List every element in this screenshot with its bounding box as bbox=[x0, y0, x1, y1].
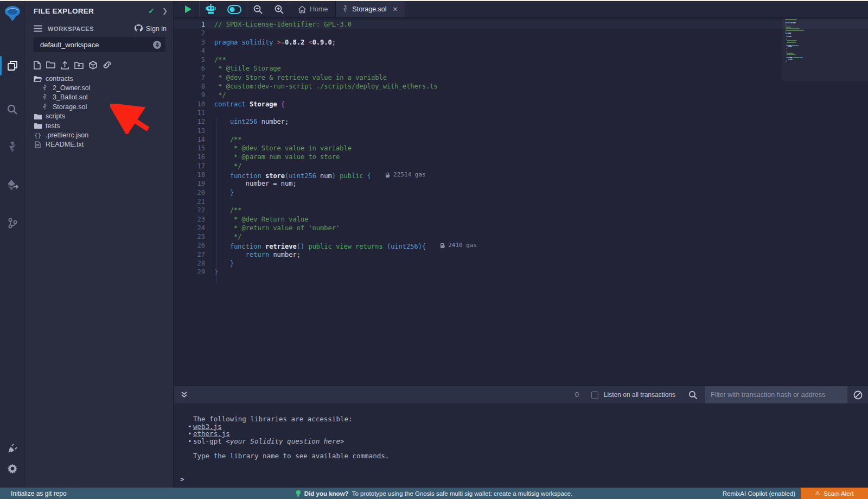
minimap-line bbox=[785, 42, 796, 43]
file-actions-toolbar bbox=[34, 61, 112, 70]
ai-copilot-robot-icon[interactable] bbox=[200, 1, 222, 17]
copilot-toggle[interactable] bbox=[222, 1, 247, 17]
line-number: 21 bbox=[174, 197, 205, 206]
settings-gear-icon[interactable] bbox=[0, 459, 24, 478]
new-file-icon[interactable] bbox=[34, 61, 41, 70]
tree-item-contracts[interactable]: contracts bbox=[24, 74, 173, 83]
window-top-edge bbox=[0, 0, 868, 1]
minimap-line bbox=[785, 36, 792, 37]
panel-title: FILE EXPLORER bbox=[34, 7, 94, 15]
tip-bold: Did you know? bbox=[304, 490, 349, 497]
tree-item-label: scripts bbox=[46, 112, 65, 120]
line-number: 5 bbox=[174, 55, 205, 64]
line-number: 17 bbox=[174, 162, 205, 170]
sign-in-button[interactable]: Sign in bbox=[134, 24, 167, 33]
terminal-line: Type the library name to see available c… bbox=[193, 452, 868, 460]
terminal-prompt[interactable]: > bbox=[180, 475, 184, 483]
line-number: 10 bbox=[174, 100, 205, 109]
workspace-select[interactable]: default_workspace bbox=[34, 37, 165, 52]
code-line: 4 bbox=[174, 47, 868, 55]
github-icon bbox=[134, 24, 143, 33]
transaction-filter-input[interactable] bbox=[705, 386, 847, 404]
terminal-library-item: •web3.js bbox=[193, 423, 868, 431]
clear-console-icon[interactable] bbox=[847, 390, 868, 400]
line-number: 13 bbox=[174, 127, 205, 135]
scam-alert-button[interactable]: ⚠ Scam Alert bbox=[801, 488, 868, 499]
line-number: 27 bbox=[174, 250, 205, 259]
file-explorer-header: FILE EXPLORER ✓ ❯ bbox=[34, 7, 168, 15]
home-icon bbox=[298, 5, 307, 14]
remix-logo-icon[interactable] bbox=[0, 4, 24, 23]
tree-item-scripts[interactable]: scripts bbox=[24, 112, 173, 121]
terminal[interactable]: The following libraries are accessible: … bbox=[174, 403, 868, 488]
tree-item-3-ballot-sol[interactable]: 3_Ballot.sol bbox=[24, 93, 173, 102]
line-number: 25 bbox=[174, 232, 205, 241]
bullet: • bbox=[188, 423, 192, 431]
line-number: 1 bbox=[174, 20, 205, 29]
line-number: 18 bbox=[174, 170, 205, 179]
copilot-status[interactable]: RemixAI Copilot (enabled) bbox=[723, 490, 795, 497]
tree-item-tests[interactable]: tests bbox=[24, 121, 173, 130]
line-number: 19 bbox=[174, 179, 205, 188]
import-link-icon[interactable] bbox=[103, 61, 112, 70]
terminal-search-icon[interactable] bbox=[688, 390, 698, 400]
upload-file-icon[interactable] bbox=[61, 61, 69, 70]
did-you-know-tip: Did you know? To prototype using the Gno… bbox=[296, 490, 572, 497]
icon-rail bbox=[0, 1, 24, 488]
run-script-button[interactable] bbox=[174, 1, 199, 17]
search-icon[interactable] bbox=[0, 100, 24, 118]
plugin-manager-icon[interactable] bbox=[0, 440, 24, 458]
listen-all-label: Listen on all transactions bbox=[604, 391, 675, 399]
git-icon[interactable] bbox=[0, 214, 24, 232]
terminal-library-list: •web3.js•ethers.js•sol-gpt <your Solidit… bbox=[174, 423, 868, 445]
minimap-line bbox=[785, 54, 796, 55]
terminal-library-item: •sol-gpt <your Solidity question here> bbox=[193, 438, 868, 445]
line-number: 7 bbox=[174, 73, 205, 82]
minimap-line bbox=[785, 55, 787, 56]
deploy-run-icon[interactable] bbox=[0, 176, 24, 194]
minimap-line bbox=[785, 28, 800, 29]
tree-item--prettierrc-json[interactable]: {}.prettierrc.json bbox=[24, 130, 173, 140]
main-area: Home Storage.sol ✕ 1// SPDX-License-Iden… bbox=[174, 1, 868, 488]
minimap-line bbox=[785, 40, 797, 41]
code-lines: 1// SPDX-License-Identifier: GPL-3.023pr… bbox=[174, 18, 868, 277]
panel-expand-icon[interactable]: ❯ bbox=[162, 7, 168, 15]
listen-all-checkbox[interactable] bbox=[591, 391, 598, 399]
tab-home-label: Home bbox=[310, 5, 328, 13]
tree-item-readme-txt[interactable]: README.txt bbox=[24, 140, 173, 149]
line-number: 15 bbox=[174, 144, 205, 153]
import-ipfs-icon[interactable] bbox=[89, 61, 97, 70]
minimap-line bbox=[785, 19, 797, 20]
minimap[interactable] bbox=[785, 19, 833, 128]
tree-item-2-owner-sol[interactable]: 2_Owner.sol bbox=[24, 83, 173, 92]
terminal-library-item: •ethers.js bbox=[193, 430, 868, 438]
init-git-repo-button[interactable]: Initialize as git repo bbox=[11, 490, 67, 497]
code-line: 17 */ bbox=[174, 162, 868, 170]
new-folder-icon[interactable] bbox=[46, 61, 55, 70]
lightbulb-icon bbox=[296, 490, 301, 497]
tip-text: To prototype using the Gnosis safe multi… bbox=[352, 490, 573, 497]
minimap-line bbox=[785, 33, 791, 34]
tab-home[interactable]: Home bbox=[290, 1, 335, 17]
tab-storage-sol[interactable]: Storage.sol ✕ bbox=[335, 1, 405, 17]
status-bar: Initialize as git repo Did you know? To … bbox=[0, 488, 868, 499]
zoom-in-icon[interactable] bbox=[269, 1, 290, 17]
upload-folder-icon[interactable] bbox=[74, 61, 84, 70]
tab-close-icon[interactable]: ✕ bbox=[393, 5, 398, 13]
code-line: 10contract Storage { bbox=[174, 100, 868, 109]
code-line: 9 */ bbox=[174, 91, 868, 99]
solidity-compiler-icon[interactable] bbox=[0, 138, 24, 156]
code-editor[interactable]: 1// SPDX-License-Identifier: GPL-3.023pr… bbox=[174, 18, 868, 374]
terminal-line: The following libraries are accessible: bbox=[193, 415, 868, 423]
minimap-line bbox=[785, 57, 803, 58]
editor-toolbar: Home Storage.sol ✕ bbox=[174, 1, 868, 18]
workspace-name: default_workspace bbox=[40, 41, 99, 49]
line-number: 28 bbox=[174, 259, 205, 268]
workspaces-menu-icon[interactable] bbox=[34, 25, 42, 32]
code-line: 13 bbox=[174, 127, 868, 135]
zoom-out-icon[interactable] bbox=[247, 1, 269, 17]
tree-item-storage-sol[interactable]: Storage.sol bbox=[24, 102, 173, 111]
file-explorer-icon[interactable] bbox=[0, 56, 24, 75]
terminal-header: 0 Listen on all transactions bbox=[174, 386, 868, 403]
terminal-collapse-icon[interactable] bbox=[181, 391, 188, 399]
